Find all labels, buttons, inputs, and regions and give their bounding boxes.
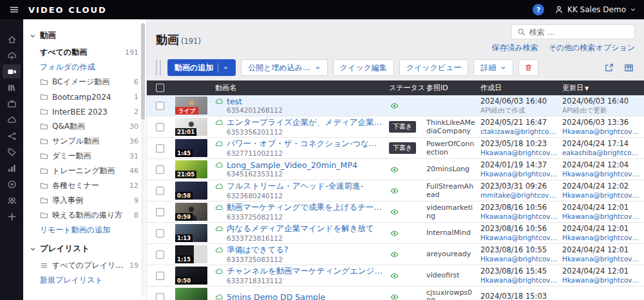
created-by-link[interactable]: mmitake@brightcove.com xyxy=(480,191,560,200)
details-button[interactable]: 詳細 xyxy=(473,59,513,76)
sidebar-item[interactable]: BCイメージ動画6 xyxy=(23,75,146,89)
sidebar-item[interactable]: リモート動画の追加 xyxy=(23,223,146,238)
rail-item-social[interactable] xyxy=(3,129,21,143)
video-name-link[interactable]: チャンネルを動画マーケティングエンジンに変える xyxy=(227,266,384,277)
column-header-created[interactable]: 作成日 xyxy=(480,83,562,93)
sidebar-scrollbar[interactable] xyxy=(141,23,145,296)
user-menu[interactable]: KK Sales Demo xyxy=(554,5,636,14)
sidebar-item[interactable]: Bootcamp20241 xyxy=(23,89,146,104)
updated-by-link[interactable]: Hkawana@brightcove.com xyxy=(562,212,641,221)
quick-edit-button[interactable]: クイック編集 xyxy=(333,59,394,76)
sidebar-item[interactable]: 映える動画の撮り方8 xyxy=(23,208,146,223)
updated-by-link[interactable]: Hkawana@brightcove.com xyxy=(562,170,641,178)
video-thumbnail[interactable]: 0:58 xyxy=(175,182,207,200)
video-name-link[interactable]: 動画マーケティングで成果を上げるチーム努力 xyxy=(227,202,384,213)
quick-view-button[interactable]: クイックビュー xyxy=(399,59,469,76)
video-name-link[interactable]: 5mins Demo DD Sample xyxy=(227,292,325,300)
rail-item-monetization[interactable] xyxy=(3,145,21,159)
updated-by-link[interactable]: Hkawana@brightcove.com xyxy=(562,191,641,200)
column-header-status[interactable]: ステータス xyxy=(389,83,426,93)
columns-button[interactable] xyxy=(623,61,635,74)
row-checkbox[interactable] xyxy=(156,293,164,300)
search-input[interactable] xyxy=(529,28,629,37)
row-checkbox[interactable] xyxy=(156,102,164,110)
updated-by-link[interactable]: Hkawana@brightcove.com xyxy=(562,255,641,263)
help-button[interactable]: ? xyxy=(533,4,544,15)
video-thumbnail[interactable]: 1:15 xyxy=(175,245,207,263)
sidebar-item[interactable]: ダミー動画31 xyxy=(23,149,146,164)
sidebar-item[interactable]: 導入事例9 xyxy=(23,193,146,208)
video-thumbnail[interactable]: 1:13 xyxy=(175,224,207,242)
created-by-link[interactable]: Hkawana@brightcove.com xyxy=(480,234,560,242)
table-row[interactable]: 1:13 内なるメディア企業マインドを解き放て 6333723816112 In… xyxy=(147,223,644,244)
table-row[interactable]: 21:01 エンタープライズ企業が、メディア企業のように動画を活用する 6353… xyxy=(147,117,644,138)
rail-item-upload[interactable] xyxy=(3,48,21,62)
sidebar-item[interactable]: すべての動画191 xyxy=(23,45,146,60)
add-video-button[interactable]: 動画の追加 xyxy=(167,59,236,76)
row-checkbox[interactable] xyxy=(156,208,164,216)
table-row[interactable]: 21:05 Long_Sample_Video_20min_MP4 634516… xyxy=(147,159,644,180)
video-thumbnail[interactable]: 1:45 xyxy=(175,139,207,157)
rail-item-analytics[interactable] xyxy=(3,161,21,175)
sidebar-item[interactable]: Q&A動画30 xyxy=(23,119,146,134)
column-header-ref[interactable]: 参照ID xyxy=(426,84,480,92)
updated-by-link[interactable]: Hkawana@brightcove.com xyxy=(562,234,641,242)
table-row[interactable]: 0:59 動画マーケティングで成果を上げるチーム努力 6333725082112… xyxy=(147,202,644,223)
table-row[interactable]: 0:58 フルストリーム・アヘッド-全速前進- 6323680240112 Fu… xyxy=(147,180,644,202)
column-header-name[interactable]: 動画名 xyxy=(215,83,389,93)
video-name-link[interactable]: パワー・オブ・ザ・コネクション-つながる力- xyxy=(227,138,384,149)
video-name-link[interactable]: 準備はできてる? xyxy=(227,245,289,256)
table-row[interactable]: 1:45 パワー・オブ・ザ・コネクション-つながる力- 632771100211… xyxy=(147,138,644,159)
table-row[interactable]: 5mins Demo DD Sample cjsuxirowps098 2024… xyxy=(147,286,644,300)
created-by-link[interactable]: Hkawana@brightcove.com xyxy=(480,149,560,157)
row-checkbox[interactable] xyxy=(156,272,164,280)
more-search-options-link[interactable]: その他の検索オプション xyxy=(549,42,635,53)
video-name-link[interactable]: エンタープライズ企業が、メディア企業のように動画を活用する xyxy=(227,117,384,128)
created-by-link[interactable]: Hkawana@brightcove.com xyxy=(480,276,560,285)
rail-item-library[interactable] xyxy=(3,80,21,95)
rail-item-gallery[interactable] xyxy=(3,113,21,127)
delete-button[interactable] xyxy=(518,59,538,76)
row-checkbox[interactable] xyxy=(156,144,164,153)
video-thumbnail[interactable]: ライブ xyxy=(175,97,207,115)
sidebar-section-videos[interactable]: 動画 xyxy=(23,24,146,45)
rail-item-audience[interactable] xyxy=(3,193,21,207)
created-by-link[interactable]: ctakizawa@brightcove.com xyxy=(480,127,560,136)
row-checkbox[interactable] xyxy=(156,187,164,195)
publish-embed-button[interactable]: 公開と埋め込み... xyxy=(241,59,327,76)
select-all-checkbox[interactable] xyxy=(156,84,164,92)
video-thumbnail[interactable]: 0:50 xyxy=(175,267,207,285)
scrollbar-thumb[interactable] xyxy=(141,23,145,120)
created-by-link[interactable]: Hkawana@brightcove.com xyxy=(480,170,560,178)
video-thumbnail[interactable]: 0:59 xyxy=(175,203,207,221)
video-thumbnail[interactable] xyxy=(175,288,207,300)
rail-item-home[interactable] xyxy=(3,32,21,46)
saved-search-link[interactable]: 保存済み検索 xyxy=(491,42,538,53)
row-checkbox[interactable] xyxy=(156,165,164,174)
rail-item-interactivity[interactable] xyxy=(3,209,21,223)
row-checkbox[interactable] xyxy=(156,250,164,259)
updated-by-link[interactable]: Hkawana@brightcove.com xyxy=(562,276,641,285)
video-thumbnail[interactable]: 21:05 xyxy=(175,160,207,178)
created-by-link[interactable]: Hkawana@brightcove.com xyxy=(480,212,560,221)
video-name-link[interactable]: test xyxy=(227,97,242,106)
export-button[interactable] xyxy=(603,61,615,74)
created-by-link[interactable]: Hkawana@brightcove.com xyxy=(480,255,560,263)
table-row[interactable]: 0:50 チャンネルを動画マーケティングエンジンに変える 63337183131… xyxy=(147,265,644,286)
column-header-updated[interactable]: 更新日▼ xyxy=(562,83,644,93)
sidebar-item[interactable]: トレーニング動画46 xyxy=(23,164,146,178)
sidebar-item[interactable]: InterBEE 20232 xyxy=(23,104,146,119)
updated-by-link[interactable]: Hkawana@brightcove.com xyxy=(562,127,641,136)
row-checkbox[interactable] xyxy=(156,229,164,238)
video-thumbnail[interactable]: 21:01 xyxy=(175,118,207,136)
row-checkbox[interactable] xyxy=(156,123,164,131)
video-name-link[interactable]: フルストリーム・アヘッド-全速前進- xyxy=(227,181,363,192)
video-name-link[interactable]: Long_Sample_Video_20min_MP4 xyxy=(227,160,357,170)
rail-item-live[interactable] xyxy=(3,97,21,111)
sidebar-item[interactable]: サンプル動画36 xyxy=(23,134,146,149)
sidebar-section-playlists[interactable]: プレイリスト xyxy=(23,238,146,258)
video-name-link[interactable]: 内なるメディア企業マインドを解き放て xyxy=(227,223,374,234)
toolbar-drag-handle[interactable] xyxy=(156,60,161,75)
sidebar-item[interactable]: 各種セミナー12 xyxy=(23,178,146,193)
rail-item-players[interactable] xyxy=(3,177,21,191)
